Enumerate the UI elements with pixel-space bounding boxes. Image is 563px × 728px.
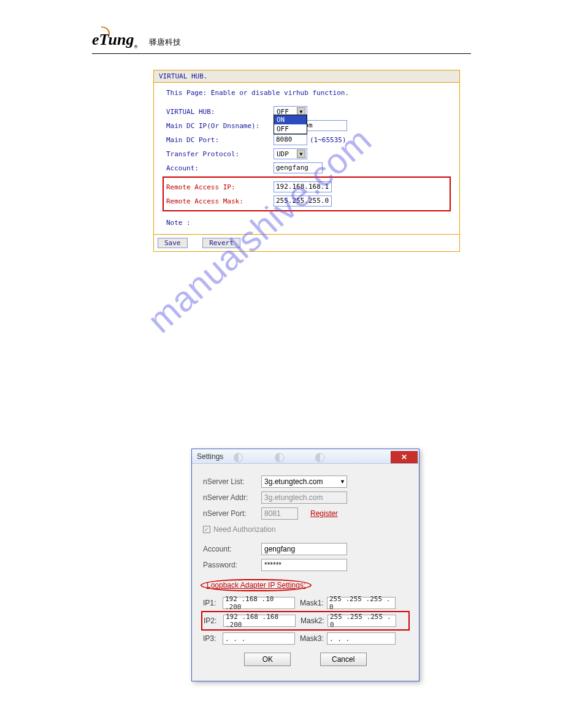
row-maindcport: Main DC Port: 8080 (1~65535) — [166, 134, 447, 146]
logo: eTung® — [92, 31, 137, 50]
mask1-input[interactable]: 255 .255 .255 . 0 — [327, 597, 396, 609]
dialog-account-input[interactable]: gengfang — [261, 543, 347, 555]
row-account2: Account: gengfang — [203, 542, 408, 556]
save-button[interactable]: Save — [158, 238, 188, 248]
close-icon: ✕ — [401, 453, 407, 461]
raip-label: Remote Access IP: — [166, 183, 274, 191]
note-label: Note : — [166, 219, 274, 227]
proto-label: Transfer Protocol: — [166, 150, 274, 158]
ok-button[interactable]: OK — [244, 653, 291, 666]
ip2-label: IP2: — [204, 616, 223, 625]
cancel-button[interactable]: Cancel — [320, 653, 367, 666]
row-server-list: nServer List: 3g.etungtech.com ▼ — [203, 475, 408, 488]
remote-access-highlight: Remote Access IP: 192.168.168.1 Remote A… — [163, 176, 451, 211]
ip3-label: IP3: — [203, 634, 223, 643]
ip2-input[interactable]: 192 .168 .168 .200 — [223, 615, 296, 627]
server-list-value: 3g.etungtech.com — [264, 477, 323, 486]
server-port-input: 8081 — [261, 507, 298, 520]
row-ip1: IP1: 192 .168 .10 .200 Mask1: 255 .255 .… — [203, 597, 408, 609]
revert-button[interactable]: Revert — [202, 238, 240, 248]
row-need-auth: ✓ Need Authorization — [203, 523, 408, 536]
need-auth-label: Need Authorization — [213, 525, 275, 534]
mask3-input[interactable]: . . . — [327, 632, 396, 645]
ip3-input[interactable]: . . . — [223, 632, 295, 645]
server-list-label: nServer List: — [203, 477, 261, 486]
password-input[interactable]: ****** — [261, 559, 347, 571]
mask3-label: Mask3: — [300, 634, 327, 643]
ramask-input[interactable]: 255.255.255.0 — [274, 195, 332, 207]
logo-reg: ® — [134, 44, 137, 50]
titlebar-ghost-icons: ◐ ◐ ◐ — [233, 449, 339, 464]
maindcport-range: (1~65535) — [310, 136, 347, 144]
register-link[interactable]: Register — [310, 509, 338, 518]
server-addr-input: 3g.etungtech.com — [261, 491, 347, 504]
mask2-input[interactable]: 255 .255 .255 . 0 — [327, 615, 396, 627]
maindcport-label: Main DC Port: — [166, 136, 274, 144]
dialog-buttons: OK Cancel — [203, 646, 408, 675]
logo-text: eTung — [92, 31, 134, 48]
server-list-select[interactable]: 3g.etungtech.com ▼ — [261, 476, 347, 488]
mask1-label: Mask1: — [300, 599, 327, 607]
dialog-account-label: Account: — [203, 545, 261, 553]
row-server-port: nServer Port: 8081 Register — [203, 507, 408, 520]
vhub-label: VIRTUAL HUB: — [166, 108, 274, 116]
panel-body: This Page: Enable or disable virhub func… — [154, 83, 459, 234]
dialog-titlebar: Settings ◐ ◐ ◐ ✕ — [192, 449, 419, 464]
server-port-label: nServer Port: — [203, 509, 261, 518]
ip1-input[interactable]: 192 .168 .10 .200 — [223, 597, 295, 609]
row-ip2: IP2: 192 .168 .168 .200 Mask2: 255 .255 … — [204, 615, 407, 627]
close-button[interactable]: ✕ — [391, 451, 418, 463]
panel-title: VIRTUAL HUB. — [154, 70, 459, 83]
vhub-dropdown[interactable]: ON OFF — [274, 115, 307, 134]
dropdown-arrow-icon: ▼ — [297, 150, 305, 158]
settings-dialog: Settings ◐ ◐ ◐ ✕ nServer List: 3g.etungt… — [191, 449, 419, 681]
vhub-option-off[interactable]: OFF — [274, 124, 307, 134]
loopback-section-title: Loopback Adapter IP Settings: — [201, 579, 312, 591]
vhub-option-on[interactable]: ON — [274, 115, 307, 124]
ip2-highlight: IP2: 192 .168 .168 .200 Mask2: 255 .255 … — [201, 611, 410, 631]
row-proto: Transfer Protocol: UDP ▼ — [166, 148, 447, 160]
raip-input[interactable]: 192.168.168.1 — [274, 181, 332, 192]
proto-value: UDP — [277, 150, 289, 158]
account-label: Account: — [166, 164, 274, 172]
server-addr-label: nServer Addr: — [203, 493, 261, 502]
ip1-label: IP1: — [203, 599, 223, 607]
logo-cn: 驿唐科技 — [149, 37, 181, 47]
maindcport-input[interactable]: 8080 — [274, 134, 307, 145]
row-account: Account: gengfang — [166, 162, 447, 174]
dialog-title: Settings — [197, 452, 223, 461]
virtual-hub-panel: VIRTUAL HUB. This Page: Enable or disabl… — [153, 70, 460, 252]
page-header: eTung® 驿唐科技 — [92, 31, 471, 54]
row-ip3: IP3: . . . Mask3: . . . — [203, 632, 408, 645]
dropdown-arrow-icon: ▼ — [340, 479, 345, 485]
row-password: Password: ****** — [203, 558, 408, 572]
row-server-addr: nServer Addr: 3g.etungtech.com — [203, 491, 408, 504]
mask2-label: Mask2: — [301, 616, 327, 625]
row-note: Note : — [166, 216, 447, 229]
proto-select[interactable]: UDP ▼ — [274, 148, 307, 159]
dialog-body: nServer List: 3g.etungtech.com ▼ nServer… — [192, 464, 419, 681]
password-label: Password: — [203, 561, 261, 569]
row-raip: Remote Access IP: 192.168.168.1 — [166, 181, 447, 193]
row-ramask: Remote Access Mask: 255.255.255.0 — [166, 195, 447, 207]
account-input[interactable]: gengfang — [274, 162, 323, 173]
panel-footer: Save Revert — [154, 234, 459, 251]
maindcip-label: Main DC IP(Or Dnsname): — [166, 122, 274, 130]
panel-desc: This Page: Enable or disable virhub func… — [166, 89, 447, 97]
need-auth-checkbox[interactable]: ✓ — [203, 526, 210, 533]
ramask-label: Remote Access Mask: — [166, 197, 274, 205]
